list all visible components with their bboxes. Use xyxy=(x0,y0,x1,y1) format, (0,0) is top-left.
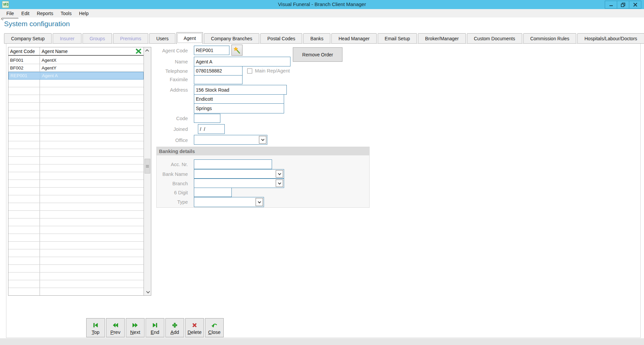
empty-grid-row[interactable] xyxy=(8,280,144,288)
remove-order-button[interactable]: Remove Order xyxy=(293,47,342,62)
agent-code-input[interactable] xyxy=(194,46,229,55)
cell-agent-code xyxy=(8,273,40,280)
tab-premiums[interactable]: Premiums xyxy=(113,33,148,44)
empty-grid-row[interactable] xyxy=(8,288,144,295)
empty-grid-row[interactable] xyxy=(8,95,144,103)
branch-label: Branch xyxy=(154,181,188,186)
top-button-label: Top xyxy=(92,330,99,335)
empty-grid-row[interactable] xyxy=(8,126,144,134)
tab-commission-rules[interactable]: Commission Rules xyxy=(523,33,577,44)
tab-broker-manager[interactable]: Broker/Manager xyxy=(418,33,466,44)
empty-grid-row[interactable] xyxy=(8,149,144,157)
close-button[interactable]: Close xyxy=(205,318,224,337)
next-record-icon xyxy=(132,322,139,329)
empty-grid-row[interactable] xyxy=(8,218,144,226)
agent-row-bf002[interactable]: BF002AgentY xyxy=(8,64,144,72)
faximile-input[interactable] xyxy=(194,75,243,84)
add-button[interactable]: Add xyxy=(165,318,184,337)
menu-item-edit[interactable]: Edit xyxy=(18,10,33,17)
menu-item-reports[interactable]: Reports xyxy=(33,10,57,17)
delete-button[interactable]: Delete xyxy=(185,318,204,337)
joined-date-input[interactable] xyxy=(198,124,225,134)
bank-name-dropdown-button[interactable] xyxy=(276,170,283,178)
account-type-dropdown[interactable] xyxy=(194,197,264,207)
empty-grid-row[interactable] xyxy=(8,242,144,249)
cell-agent-code xyxy=(8,203,40,210)
scrollbar-thumb[interactable] xyxy=(145,159,150,174)
menu-item-help[interactable]: Help xyxy=(75,10,92,17)
six-digit-input[interactable] xyxy=(194,188,232,197)
close-button[interactable] xyxy=(629,1,641,9)
tab-groups[interactable]: Groups xyxy=(83,33,112,44)
telephone-input[interactable] xyxy=(194,66,243,76)
grid-scrollbar[interactable] xyxy=(144,47,151,295)
agent-row-bf001[interactable]: BF001AgentX xyxy=(8,56,144,64)
tab-company-branches[interactable]: Company Branches xyxy=(204,33,259,44)
empty-grid-row[interactable] xyxy=(8,234,144,242)
branch-dropdown[interactable] xyxy=(194,179,284,188)
account-type-dropdown-button[interactable] xyxy=(256,198,263,206)
prev-button[interactable]: Prev xyxy=(106,318,125,337)
top-button[interactable]: Top xyxy=(86,318,105,337)
empty-grid-row[interactable] xyxy=(8,226,144,234)
postal-code-input[interactable] xyxy=(194,114,220,123)
office-dropdown[interactable] xyxy=(194,135,267,145)
empty-grid-row[interactable] xyxy=(8,265,144,273)
scroll-down-arrow-icon[interactable] xyxy=(144,289,151,295)
branch-dropdown-button[interactable] xyxy=(276,180,283,187)
tab-banks[interactable]: Banks xyxy=(303,33,330,44)
empty-grid-row[interactable] xyxy=(8,195,144,203)
tab-email-setup[interactable]: Email Setup xyxy=(378,33,417,44)
empty-grid-row[interactable] xyxy=(8,249,144,257)
tab-company-setup[interactable]: Company Setup xyxy=(4,33,52,44)
tab-insurer[interactable]: Insurer xyxy=(53,33,82,44)
bank-name-dropdown[interactable] xyxy=(194,169,284,179)
empty-grid-row[interactable] xyxy=(8,164,144,172)
empty-grid-row[interactable] xyxy=(8,141,144,149)
empty-grid-row[interactable] xyxy=(8,172,144,180)
tab-hospitals-labour-doctors[interactable]: Hospitals/Labour/Doctors xyxy=(577,33,644,44)
tab-head-manager[interactable]: Head Manager xyxy=(331,33,377,44)
menu-item-file[interactable]: File xyxy=(3,10,18,17)
empty-grid-row[interactable] xyxy=(8,134,144,141)
name-input[interactable] xyxy=(194,57,290,66)
empty-grid-row[interactable] xyxy=(8,118,144,126)
empty-grid-row[interactable] xyxy=(8,211,144,218)
generate-code-button[interactable] xyxy=(231,45,243,56)
empty-grid-row[interactable] xyxy=(8,157,144,164)
address-line2-input[interactable] xyxy=(194,94,284,104)
main-rep-agent-checkbox[interactable] xyxy=(247,68,252,73)
restore-button[interactable] xyxy=(617,1,629,9)
cell-agent-name xyxy=(40,195,144,203)
tab-custom-documents[interactable]: Custom Documents xyxy=(467,33,522,44)
empty-grid-row[interactable] xyxy=(8,203,144,211)
agent-row-rep001[interactable]: REP001Agent A xyxy=(8,72,144,80)
menu-item-tools[interactable]: Tools xyxy=(57,10,75,17)
office-dropdown-button[interactable] xyxy=(259,136,266,144)
empty-grid-row[interactable] xyxy=(8,103,144,110)
address-line1-input[interactable] xyxy=(194,85,287,95)
empty-grid-row[interactable] xyxy=(8,257,144,265)
empty-grid-row[interactable] xyxy=(8,180,144,188)
export-to-excel-button[interactable] xyxy=(135,48,143,55)
tab-agent[interactable]: Agent xyxy=(176,32,203,44)
grid-header-agent-name[interactable]: Agent Name xyxy=(40,47,135,55)
empty-grid-row[interactable] xyxy=(8,110,144,118)
empty-grid-row[interactable] xyxy=(8,87,144,95)
next-button[interactable]: Next xyxy=(126,318,145,337)
empty-grid-row[interactable] xyxy=(8,273,144,280)
cell-agent-name xyxy=(40,226,144,234)
account-number-input[interactable] xyxy=(194,159,272,169)
cell-agent-name xyxy=(40,273,144,280)
grid-header-agent-code[interactable]: Agent Code xyxy=(8,47,40,55)
tab-users[interactable]: Users xyxy=(149,33,176,44)
cell-agent-name xyxy=(40,280,144,288)
minimize-button[interactable] xyxy=(605,1,617,9)
empty-grid-row[interactable] xyxy=(8,188,144,195)
tab-postal-codes[interactable]: Postal Codes xyxy=(260,33,302,44)
address-line3-input[interactable] xyxy=(194,103,284,113)
scroll-up-arrow-icon[interactable] xyxy=(144,47,151,54)
cell-agent-name xyxy=(40,288,144,295)
end-button[interactable]: End xyxy=(146,318,164,337)
empty-grid-row[interactable] xyxy=(8,80,144,87)
